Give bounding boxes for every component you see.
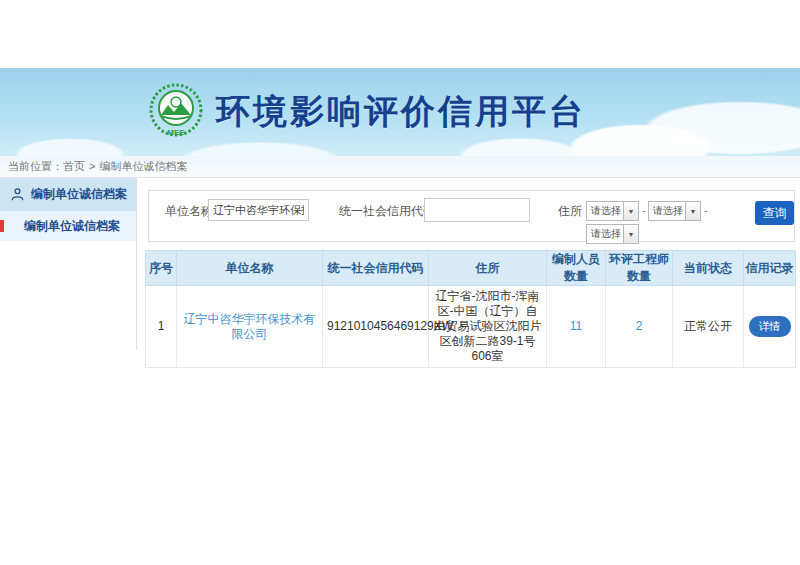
header-index: 序号 [146, 251, 177, 286]
address-city-select[interactable]: 请选择 ▼ [648, 201, 701, 221]
district-select-value: 请选择 [587, 227, 623, 241]
sidebar-item-label: 编制单位诚信档案 [24, 218, 120, 235]
mee-logo: MEE [148, 82, 204, 142]
cell-credit-code: 9121010456469129XW [323, 286, 429, 368]
breadcrumb-current: 编制单位诚信档案 [99, 160, 187, 172]
logo-text: MEE [167, 128, 185, 137]
header-staff-count: 编制人员数量 [547, 251, 606, 286]
cell-address: 辽宁省-沈阳市-浑南区-中国（辽宁）自由贸易试验区沈阳片区创新二路39-1号60… [429, 286, 547, 368]
credit-code-input[interactable] [424, 198, 530, 222]
address-separator: - [642, 204, 646, 216]
company-name-link[interactable]: 辽宁中咨华宇环保技术有限公司 [184, 312, 316, 341]
header-unit-name: 单位名称 [177, 251, 323, 286]
active-item-marker [0, 220, 4, 232]
unit-name-input[interactable] [208, 199, 309, 221]
sidebar: 编制单位诚信档案 编制单位诚信档案 [0, 178, 137, 350]
results-table: 序号 单位名称 统一社会信用代码 住所 编制人员数量 环评工程师数量 当前状态 … [145, 250, 796, 368]
chevron-down-icon: ▼ [623, 202, 638, 220]
breadcrumb-home-link[interactable]: 首页 [63, 160, 85, 172]
breadcrumb-prefix: 当前位置： [8, 160, 63, 172]
breadcrumb: 当前位置：首页>编制单位诚信档案 [0, 156, 800, 177]
address-province-select[interactable]: 请选择 ▼ [586, 201, 639, 221]
detail-button[interactable]: 详情 [749, 316, 791, 337]
site-title: 环境影响评价信用平台 [216, 89, 586, 135]
header-status: 当前状态 [673, 251, 744, 286]
address-separator-2: - [704, 204, 708, 216]
chevron-down-icon: ▼ [685, 202, 700, 220]
header-credit-code: 统一社会信用代码 [323, 251, 429, 286]
cell-index: 1 [146, 286, 177, 368]
search-panel: 单位名称 ： 统一社会信用代码 ： 住所 ： 请选择 ▼ - 请选择 ▼ - 请… [148, 190, 795, 242]
query-button[interactable]: 查询 [755, 201, 794, 225]
city-select-value: 请选择 [649, 204, 685, 218]
cell-status: 正常公开 [673, 286, 744, 368]
engineer-count-link[interactable]: 2 [636, 319, 643, 333]
header-address: 住所 [429, 251, 547, 286]
sidebar-section-archive[interactable]: 编制单位诚信档案 [0, 178, 136, 211]
table-header-row: 序号 单位名称 统一社会信用代码 住所 编制人员数量 环评工程师数量 当前状态 … [146, 251, 796, 286]
sidebar-item-archive[interactable]: 编制单位诚信档案 [0, 211, 136, 241]
staff-count-link[interactable]: 11 [570, 319, 582, 333]
header-engineer-count: 环评工程师数量 [606, 251, 673, 286]
address-district-select[interactable]: 请选择 ▼ [586, 224, 639, 244]
table-row: 1 辽宁中咨华宇环保技术有限公司 9121010456469129XW 辽宁省-… [146, 286, 796, 368]
page: MEE 环境影响评价信用平台 当前位置：首页>编制单位诚信档案 编制单位诚信档案… [0, 0, 800, 565]
header-credit-record: 信用记录 [744, 251, 796, 286]
chevron-down-icon: ▼ [623, 225, 638, 243]
breadcrumb-separator: > [89, 160, 95, 172]
person-icon [10, 187, 25, 202]
province-select-value: 请选择 [587, 204, 623, 218]
sidebar-section-label: 编制单位诚信档案 [31, 186, 127, 203]
site-header: MEE 环境影响评价信用平台 [0, 68, 800, 156]
